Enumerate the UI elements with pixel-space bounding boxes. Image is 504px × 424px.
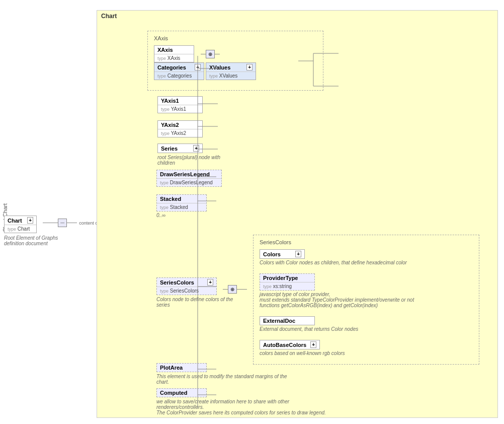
chart-node-title: Chart: [8, 218, 22, 224]
computed-node-wrapper: Computed we allow to save/create informa…: [156, 388, 332, 415]
chart-area-title: Chart: [97, 11, 497, 22]
xvalues-node: XValues + type XValues: [206, 62, 256, 80]
yaxis1-header: YAxis1: [158, 97, 202, 105]
yaxis2-node: YAxis2 type YAxis2: [157, 120, 203, 137]
provider-type-desc1: javascript type of color provider,: [260, 292, 436, 297]
colors-description: Colors with Color nodes as children, tha…: [260, 260, 410, 265]
categories-body: type Categories: [154, 72, 204, 80]
xvalues-title: XValues: [209, 64, 230, 70]
xvalues-plus[interactable]: +: [246, 64, 253, 70]
plot-area-header: PlotArea: [157, 364, 206, 372]
stacked-body: type Stacked: [157, 203, 206, 211]
auto-base-colors-plus[interactable]: +: [310, 341, 316, 348]
external-doc-header: ExternalDoc: [260, 317, 314, 325]
stacked-node-wrapper: Stacked type Stacked 0..∞: [156, 194, 207, 218]
series-colors-header: SeriesColors +: [157, 278, 216, 287]
series-header: Series +: [158, 144, 202, 153]
series-plus[interactable]: +: [193, 145, 199, 152]
chart-root-description: Root Element of Graphs definition docume…: [4, 235, 59, 246]
xaxis-node-header: XAxis: [154, 46, 194, 54]
provider-type-header: ProviderType: [260, 274, 314, 282]
categories-plus[interactable]: +: [195, 64, 201, 70]
xaxis-connector-box: ⊕: [206, 50, 215, 58]
series-colors-plus[interactable]: +: [207, 279, 213, 286]
colors-title: Colors: [263, 251, 281, 257]
colors-node-wrapper: Colors + Colors with Color nodes as chil…: [260, 249, 473, 265]
draw-series-legend-node: DrawSeriesLegend type DrawSeriesLegend: [156, 170, 222, 187]
computed-description-2: The ColorProvider saves here its compute…: [156, 410, 332, 415]
external-doc-wrapper: ExternalDoc External document, that retu…: [260, 316, 473, 332]
draw-series-legend-header: DrawSeriesLegend: [157, 170, 221, 178]
yaxis1-node: YAxis1 type YAxis1: [157, 96, 203, 113]
plot-area-title: PlotArea: [160, 365, 183, 371]
xvalues-header: XValues +: [206, 63, 256, 72]
xaxis-node-title: XAxis: [157, 47, 173, 53]
plot-area-node-wrapper: PlotArea This element is used to modify …: [156, 363, 297, 385]
yaxis2-title: YAxis2: [161, 122, 179, 128]
draw-series-legend-wrapper: DrawSeriesLegend type DrawSeriesLegend: [156, 170, 222, 187]
auto-base-colors-title: AutoBaseColors: [263, 342, 306, 348]
xaxis-area: XAxis XAxis type XAxis ⊕: [147, 31, 323, 91]
chart-node-body: type Chart: [5, 225, 36, 233]
provider-type-desc3: functions getColorAsRGB(index) and getCo…: [260, 303, 436, 308]
connector-dots: ···: [58, 219, 67, 227]
series-title: Series: [161, 146, 178, 152]
yaxis1-node-wrapper: YAxis1 type YAxis1: [157, 96, 203, 113]
external-doc-node: ExternalDoc: [260, 316, 315, 325]
yaxis2-header: YAxis2: [158, 121, 202, 129]
plot-area-node: PlotArea: [156, 363, 207, 372]
external-doc-description: External document, that returns Color no…: [260, 326, 410, 332]
provider-type-title: ProviderType: [263, 275, 298, 281]
series-colors-node: SeriesColors + type SeriesColors: [156, 277, 217, 295]
series-colors-description: Colors node to define colors of the seri…: [156, 297, 247, 308]
stacked-title: Stacked: [160, 196, 181, 202]
series-colors-area-title: SeriesColors: [260, 239, 473, 245]
computed-title: Computed: [160, 390, 187, 396]
auto-base-colors-header: AutoBaseColors +: [260, 340, 319, 349]
sc-connector-box: ⊕: [228, 285, 237, 294]
stacked-node: Stacked type Stacked: [156, 194, 207, 211]
series-colors-body: type SeriesColors: [157, 287, 216, 295]
provider-type-body: type xs:string: [260, 282, 314, 290]
chart-node-plus[interactable]: +: [27, 217, 33, 224]
xaxis-connector: ⊕: [201, 50, 220, 58]
colors-plus[interactable]: +: [295, 251, 301, 257]
yaxis1-title: YAxis1: [161, 98, 179, 104]
computed-node: Computed: [156, 388, 207, 397]
series-node-wrapper: Series + root Series(plural) node with c…: [157, 144, 238, 166]
external-doc-title: ExternalDoc: [263, 318, 295, 324]
provider-type-wrapper: ProviderType type xs:string javascript t…: [260, 273, 473, 308]
stacked-range: 0..∞: [156, 213, 207, 218]
yaxis2-node-wrapper: YAxis2 type YAxis2: [157, 120, 203, 137]
series-colors-area: SeriesColors Colors + Colors with Color …: [253, 235, 479, 365]
xvalues-body: type XValues: [206, 72, 256, 80]
chart-node-header: Chart +: [5, 216, 36, 225]
stacked-header: Stacked: [157, 195, 206, 203]
categories-header: Categories +: [154, 63, 204, 72]
computed-header: Computed: [157, 389, 206, 397]
colors-header: Colors +: [260, 250, 304, 258]
yaxis1-body: type YAxis1: [158, 105, 202, 113]
xaxis-node-body: type XAxis: [154, 54, 194, 62]
draw-series-legend-title: DrawSeriesLegend: [160, 171, 210, 177]
series-colors-connector: ⊕: [223, 285, 247, 294]
provider-type-node: ProviderType type xs:string: [260, 273, 315, 291]
xaxis-node-wrapper: XAxis type XAxis: [154, 45, 194, 62]
plot-area-description: This element is used to modify the stand…: [156, 374, 297, 385]
series-node: Series +: [157, 144, 203, 153]
series-description: root Series(plural) node with children: [157, 155, 238, 166]
draw-series-legend-body: type DrawSeriesLegend: [157, 178, 221, 186]
provider-type-desc2: must extends standard TypeColorProvider …: [260, 297, 436, 303]
colors-node: Colors +: [260, 249, 305, 259]
yaxis2-body: type YAxis2: [158, 129, 202, 137]
xaxis-children: Categories + type Categories XValues +: [154, 62, 256, 84]
auto-base-colors-node: AutoBaseColors +: [260, 340, 320, 349]
auto-base-colors-wrapper: AutoBaseColors + colors based on well-kn…: [260, 340, 473, 356]
series-colors-title: SeriesColors: [160, 279, 194, 286]
main-canvas: Chart Chart Chart + type Chart Root Elem…: [0, 0, 504, 424]
auto-base-colors-description: colors based on well-known rgb colors: [260, 350, 410, 356]
computed-description-1: we allow to save/create information here…: [156, 399, 332, 410]
chart-area: Chart XAxis XAxis type XAxis: [97, 10, 498, 418]
xaxis-area-title: XAxis: [154, 35, 317, 41]
categories-node: Categories + type Categories: [154, 62, 204, 80]
